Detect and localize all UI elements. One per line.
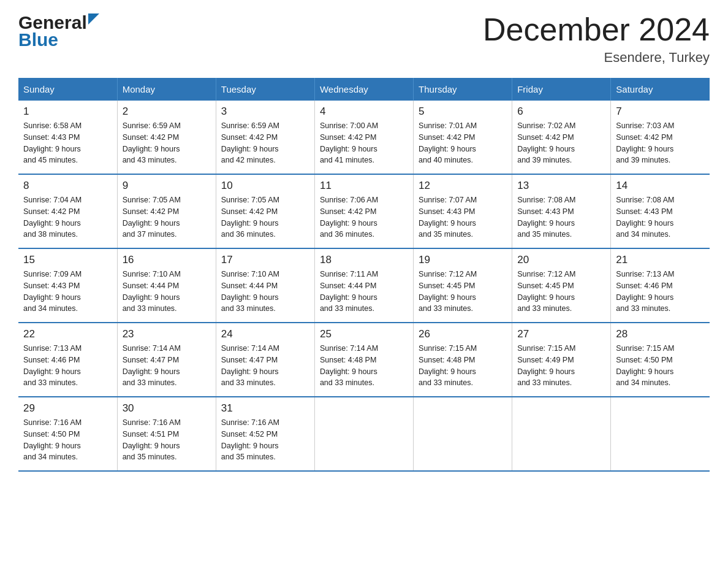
day-number: 6 [517, 105, 605, 118]
day-number: 11 [320, 180, 408, 192]
calendar-day-10: 10 Sunrise: 7:05 AM Sunset: 4:42 PM Dayl… [216, 174, 314, 248]
calendar-subtitle: Esendere, Turkey [483, 50, 710, 66]
day-info: Sunrise: 7:13 AM Sunset: 4:46 PM Dayligh… [616, 269, 705, 315]
day-number: 28 [616, 328, 705, 340]
title-block: December 2024 Esendere, Turkey [483, 12, 710, 66]
day-number: 3 [221, 105, 309, 118]
calendar-day-17: 17 Sunrise: 7:10 AM Sunset: 4:44 PM Dayl… [216, 248, 314, 323]
day-number: 2 [123, 105, 211, 118]
calendar-day-31: 31 Sunrise: 7:16 AM Sunset: 4:52 PM Dayl… [216, 397, 314, 471]
calendar-day-25: 25 Sunrise: 7:14 AM Sunset: 4:48 PM Dayl… [314, 323, 413, 397]
day-number: 18 [320, 254, 408, 266]
day-number: 12 [419, 180, 507, 192]
calendar-day-18: 18 Sunrise: 7:11 AM Sunset: 4:44 PM Dayl… [314, 248, 413, 323]
day-header-monday: Monday [117, 78, 216, 101]
calendar-day-22: 22 Sunrise: 7:13 AM Sunset: 4:46 PM Dayl… [18, 323, 117, 397]
day-number: 29 [23, 402, 112, 415]
svg-marker-0 [88, 13, 99, 25]
day-info: Sunrise: 7:00 AM Sunset: 4:42 PM Dayligh… [320, 120, 408, 166]
calendar-empty-cell [314, 397, 413, 471]
page-header: General Blue December 2024 Esendere, Tur… [18, 12, 710, 66]
calendar-day-11: 11 Sunrise: 7:06 AM Sunset: 4:42 PM Dayl… [314, 174, 413, 248]
calendar-day-9: 9 Sunrise: 7:05 AM Sunset: 4:42 PM Dayli… [117, 174, 216, 248]
day-info: Sunrise: 7:12 AM Sunset: 4:45 PM Dayligh… [419, 269, 507, 315]
day-info: Sunrise: 7:05 AM Sunset: 4:42 PM Dayligh… [221, 194, 309, 240]
day-info: Sunrise: 7:04 AM Sunset: 4:42 PM Dayligh… [23, 194, 112, 240]
calendar-title: December 2024 [483, 12, 710, 47]
calendar-day-15: 15 Sunrise: 7:09 AM Sunset: 4:43 PM Dayl… [18, 248, 117, 323]
day-header-tuesday: Tuesday [216, 78, 314, 101]
calendar-day-12: 12 Sunrise: 7:07 AM Sunset: 4:43 PM Dayl… [414, 174, 512, 248]
day-number: 26 [419, 328, 507, 340]
calendar-week-row: 29 Sunrise: 7:16 AM Sunset: 4:50 PM Dayl… [18, 397, 710, 471]
calendar-day-8: 8 Sunrise: 7:04 AM Sunset: 4:42 PM Dayli… [18, 174, 117, 248]
day-number: 23 [123, 328, 211, 340]
day-info: Sunrise: 7:14 AM Sunset: 4:47 PM Dayligh… [123, 343, 211, 389]
day-info: Sunrise: 7:15 AM Sunset: 4:49 PM Dayligh… [517, 343, 605, 389]
day-number: 22 [23, 328, 112, 340]
calendar-empty-cell [611, 397, 710, 471]
day-number: 10 [221, 180, 309, 192]
day-header-thursday: Thursday [414, 78, 512, 101]
day-number: 19 [419, 254, 507, 266]
day-info: Sunrise: 7:10 AM Sunset: 4:44 PM Dayligh… [123, 269, 211, 315]
logo-blue-text: Blue [18, 29, 58, 50]
calendar-day-19: 19 Sunrise: 7:12 AM Sunset: 4:45 PM Dayl… [414, 248, 512, 323]
calendar-day-27: 27 Sunrise: 7:15 AM Sunset: 4:49 PM Dayl… [512, 323, 611, 397]
day-info: Sunrise: 7:10 AM Sunset: 4:44 PM Dayligh… [221, 269, 309, 315]
day-info: Sunrise: 6:59 AM Sunset: 4:42 PM Dayligh… [123, 120, 211, 166]
calendar-week-row: 15 Sunrise: 7:09 AM Sunset: 4:43 PM Dayl… [18, 248, 710, 323]
day-number: 17 [221, 254, 309, 266]
calendar-week-row: 8 Sunrise: 7:04 AM Sunset: 4:42 PM Dayli… [18, 174, 710, 248]
day-number: 24 [221, 328, 309, 340]
calendar-week-row: 1 Sunrise: 6:58 AM Sunset: 4:43 PM Dayli… [18, 101, 710, 174]
logo-triangle-icon [88, 13, 102, 29]
day-info: Sunrise: 7:15 AM Sunset: 4:48 PM Dayligh… [419, 343, 507, 389]
day-number: 16 [123, 254, 211, 266]
day-header-friday: Friday [512, 78, 611, 101]
day-info: Sunrise: 7:15 AM Sunset: 4:50 PM Dayligh… [616, 343, 705, 389]
calendar-day-16: 16 Sunrise: 7:10 AM Sunset: 4:44 PM Dayl… [117, 248, 216, 323]
day-header-saturday: Saturday [611, 78, 710, 101]
calendar-day-24: 24 Sunrise: 7:14 AM Sunset: 4:47 PM Dayl… [216, 323, 314, 397]
day-number: 27 [517, 328, 605, 340]
calendar-empty-cell [414, 397, 512, 471]
calendar-header-row: SundayMondayTuesdayWednesdayThursdayFrid… [18, 78, 710, 101]
calendar-day-29: 29 Sunrise: 7:16 AM Sunset: 4:50 PM Dayl… [18, 397, 117, 471]
day-info: Sunrise: 7:08 AM Sunset: 4:43 PM Dayligh… [616, 194, 705, 240]
day-info: Sunrise: 7:03 AM Sunset: 4:42 PM Dayligh… [616, 120, 705, 166]
day-number: 25 [320, 328, 408, 340]
day-info: Sunrise: 6:59 AM Sunset: 4:42 PM Dayligh… [221, 120, 309, 166]
calendar-day-26: 26 Sunrise: 7:15 AM Sunset: 4:48 PM Dayl… [414, 323, 512, 397]
day-header-sunday: Sunday [18, 78, 117, 101]
day-info: Sunrise: 7:06 AM Sunset: 4:42 PM Dayligh… [320, 194, 408, 240]
day-number: 30 [123, 402, 211, 415]
day-info: Sunrise: 7:16 AM Sunset: 4:51 PM Dayligh… [123, 417, 211, 463]
day-info: Sunrise: 7:16 AM Sunset: 4:50 PM Dayligh… [23, 417, 112, 463]
day-header-wednesday: Wednesday [314, 78, 413, 101]
calendar-week-row: 22 Sunrise: 7:13 AM Sunset: 4:46 PM Dayl… [18, 323, 710, 397]
day-number: 15 [23, 254, 112, 266]
day-info: Sunrise: 7:02 AM Sunset: 4:42 PM Dayligh… [517, 120, 605, 166]
day-info: Sunrise: 7:05 AM Sunset: 4:42 PM Dayligh… [123, 194, 211, 240]
calendar-day-20: 20 Sunrise: 7:12 AM Sunset: 4:45 PM Dayl… [512, 248, 611, 323]
logo: General Blue [18, 12, 102, 50]
day-info: Sunrise: 7:07 AM Sunset: 4:43 PM Dayligh… [419, 194, 507, 240]
calendar-day-5: 5 Sunrise: 7:01 AM Sunset: 4:42 PM Dayli… [414, 101, 512, 174]
calendar-day-23: 23 Sunrise: 7:14 AM Sunset: 4:47 PM Dayl… [117, 323, 216, 397]
calendar-day-13: 13 Sunrise: 7:08 AM Sunset: 4:43 PM Dayl… [512, 174, 611, 248]
calendar-day-21: 21 Sunrise: 7:13 AM Sunset: 4:46 PM Dayl… [611, 248, 710, 323]
day-number: 13 [517, 180, 605, 192]
day-info: Sunrise: 6:58 AM Sunset: 4:43 PM Dayligh… [23, 120, 112, 166]
calendar-empty-cell [512, 397, 611, 471]
calendar-day-6: 6 Sunrise: 7:02 AM Sunset: 4:42 PM Dayli… [512, 101, 611, 174]
day-number: 20 [517, 254, 605, 266]
calendar-day-4: 4 Sunrise: 7:00 AM Sunset: 4:42 PM Dayli… [314, 101, 413, 174]
calendar-day-7: 7 Sunrise: 7:03 AM Sunset: 4:42 PM Dayli… [611, 101, 710, 174]
day-number: 1 [23, 105, 112, 118]
calendar-day-14: 14 Sunrise: 7:08 AM Sunset: 4:43 PM Dayl… [611, 174, 710, 248]
day-info: Sunrise: 7:14 AM Sunset: 4:47 PM Dayligh… [221, 343, 309, 389]
day-number: 31 [221, 402, 309, 415]
day-info: Sunrise: 7:01 AM Sunset: 4:42 PM Dayligh… [419, 120, 507, 166]
day-number: 14 [616, 180, 705, 192]
